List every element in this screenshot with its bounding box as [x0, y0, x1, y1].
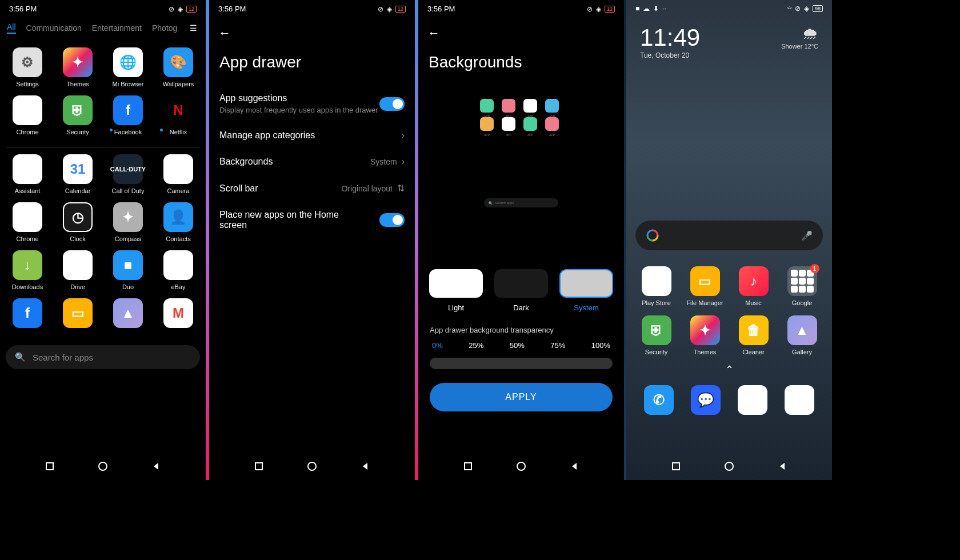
- app-icon[interactable]: 💬: [691, 385, 721, 415]
- setting-backgrounds[interactable]: Backgrounds System ›: [209, 149, 415, 175]
- app-mi-browser[interactable]: 🌐Mi Browser: [105, 47, 151, 87]
- app-settings[interactable]: ⚙Settings: [5, 47, 50, 87]
- nav-home[interactable]: [306, 461, 318, 472]
- app-google[interactable]: 1Google: [780, 266, 824, 306]
- nav-recent[interactable]: [462, 461, 474, 472]
- app-security[interactable]: ⛨Security: [634, 315, 678, 355]
- app-chrome[interactable]: ◉Chrome: [5, 202, 50, 242]
- app-icon[interactable]: M: [155, 298, 201, 331]
- app-label: Compass: [115, 235, 141, 242]
- app-label: File Manager: [686, 299, 723, 306]
- app-label: Security: [66, 129, 89, 135]
- setting-scroll-bar[interactable]: Scroll bar Original layout ⇅: [209, 175, 415, 202]
- nav-back[interactable]: [777, 461, 788, 472]
- app-camera[interactable]: ◎Camera: [155, 154, 201, 194]
- toggle-app-suggestions[interactable]: [379, 97, 405, 111]
- app-netflix[interactable]: NNetflix: [155, 95, 201, 135]
- transparency-slider[interactable]: [430, 358, 613, 369]
- app-icon: ▲: [787, 315, 817, 345]
- transparency-value[interactable]: 100%: [591, 341, 610, 350]
- app-icon[interactable]: ✆: [644, 385, 674, 415]
- search-bar[interactable]: 🔍 Search for apps: [6, 345, 200, 369]
- tab-communication[interactable]: Communication: [26, 23, 82, 33]
- svg-point-1: [99, 462, 107, 470]
- app-assistant[interactable]: ⋮⋮Assistant: [5, 154, 50, 194]
- app-icon: ✦: [690, 315, 720, 345]
- nav-back[interactable]: [359, 461, 371, 472]
- app-call-of-duty[interactable]: CALL·DUTYCall of Duty: [105, 154, 151, 194]
- app-icon[interactable]: f: [5, 298, 50, 331]
- drawer-indicator-icon[interactable]: ⌃: [626, 360, 832, 379]
- app-cleaner[interactable]: 🗑Cleaner: [731, 315, 775, 355]
- app-icon[interactable]: ◉: [738, 385, 767, 415]
- app-drive[interactable]: ▲Drive: [55, 250, 101, 290]
- app-wallpapers[interactable]: 🎨Wallpapers: [155, 47, 201, 87]
- setting-app-suggestions[interactable]: App suggestions Display most frequently …: [209, 85, 415, 122]
- app-icon[interactable]: ◎: [785, 385, 814, 415]
- clock-widget[interactable]: 11:49 Tue, October 20 🌧 Shower 12°C: [626, 17, 832, 66]
- tab-all[interactable]: All: [7, 22, 16, 34]
- transparency-value[interactable]: 50%: [510, 341, 525, 350]
- app-contacts[interactable]: 👤Contacts: [155, 202, 201, 242]
- sort-icon: ⇅: [397, 183, 405, 194]
- app-compass[interactable]: ✦Compass: [105, 202, 151, 242]
- app-facebook[interactable]: fFacebook: [105, 95, 151, 135]
- back-button[interactable]: ←: [418, 18, 624, 49]
- bg-option-label: Dark: [513, 303, 529, 312]
- app-file-manager[interactable]: ▭File Manager: [683, 266, 727, 306]
- app-duo[interactable]: ■Duo: [105, 250, 151, 290]
- app-themes[interactable]: ✦Themes: [55, 47, 101, 87]
- svg-point-3: [308, 462, 316, 470]
- app-label: Chrome: [16, 235, 38, 242]
- nav-back[interactable]: [150, 461, 162, 472]
- nav-recent[interactable]: [253, 461, 265, 472]
- bg-option-dark[interactable]: Dark: [494, 269, 548, 312]
- tab-entertainment[interactable]: Entertainment: [92, 23, 142, 33]
- status-icons-left: ■ ☁ ⬇ ··: [635, 5, 666, 13]
- nav-back[interactable]: [569, 461, 580, 472]
- app-clock[interactable]: ◷Clock: [55, 202, 101, 242]
- app-downloads[interactable]: ↓Downloads: [5, 250, 50, 290]
- nav-home[interactable]: [515, 461, 527, 472]
- toggle-new-apps[interactable]: [379, 213, 405, 227]
- nav-recent[interactable]: [44, 461, 55, 472]
- bg-option-system[interactable]: System: [559, 269, 613, 312]
- setting-title: Backgrounds: [219, 157, 273, 167]
- app-music[interactable]: ♪Music: [731, 266, 775, 306]
- wifi-icon: ◈: [387, 5, 392, 13]
- setting-new-apps-home[interactable]: Place new apps on the Home screen: [209, 202, 415, 238]
- bg-option-light[interactable]: Light: [429, 269, 483, 312]
- transparency-value[interactable]: 25%: [469, 341, 483, 350]
- mic-icon[interactable]: 🎤: [801, 230, 813, 241]
- app-icon[interactable]: ▲: [105, 298, 151, 331]
- search-placeholder: Search for apps: [33, 353, 93, 362]
- nav-home[interactable]: [723, 461, 735, 472]
- app-calendar[interactable]: 31Calendar: [55, 154, 101, 194]
- transparency-value[interactable]: 0%: [432, 341, 443, 350]
- weather-widget[interactable]: 🌧 Shower 12°C: [781, 24, 818, 59]
- app-label: Cleaner: [742, 349, 765, 355]
- nav-recent[interactable]: [670, 461, 682, 472]
- app-label: Google: [792, 299, 812, 306]
- app-ebay[interactable]: ebayeBay: [155, 250, 201, 290]
- setting-manage-categories[interactable]: Manage app categories ›: [209, 122, 415, 149]
- tab-photography[interactable]: Photog: [152, 23, 177, 33]
- app-play-store[interactable]: ▶Play Store: [634, 266, 678, 306]
- back-button[interactable]: ←: [209, 18, 415, 49]
- transparency-values: 0%25%50%75%100%: [418, 339, 624, 352]
- apply-button[interactable]: APPLY: [430, 383, 613, 411]
- nav-bar: [418, 453, 624, 480]
- nav-home[interactable]: [97, 461, 109, 472]
- app-gallery[interactable]: ▲Gallery: [780, 315, 824, 355]
- menu-icon[interactable]: ☰: [187, 23, 199, 33]
- panel-app-drawer: 3:56 PM ⊘ ◈ 12 All Communication Enterta…: [0, 0, 206, 480]
- transparency-label: App drawer background transparency: [418, 318, 624, 339]
- app-icon[interactable]: ▭: [55, 298, 101, 331]
- app-security[interactable]: ⛨Security: [55, 95, 101, 135]
- bg-swatch: [494, 269, 548, 298]
- google-search-bar[interactable]: 🎤: [635, 221, 823, 250]
- transparency-value[interactable]: 75%: [550, 341, 565, 350]
- app-label: Themes: [694, 349, 717, 355]
- app-themes[interactable]: ✦Themes: [683, 315, 727, 355]
- app-chrome[interactable]: ◉Chrome: [5, 95, 50, 135]
